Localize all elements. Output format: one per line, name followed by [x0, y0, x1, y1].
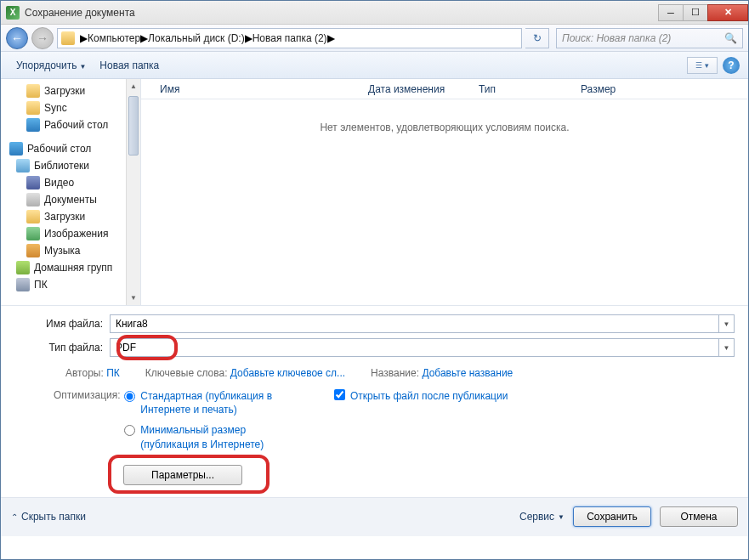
- chevron-right-icon: ▶: [140, 32, 148, 44]
- tree-downloads2[interactable]: Загрузки: [1, 208, 140, 225]
- filename-dropdown-arrow[interactable]: ▼: [719, 314, 735, 333]
- close-button[interactable]: ✕: [707, 4, 748, 21]
- refresh-button[interactable]: ↻: [525, 28, 549, 48]
- options-button[interactable]: Параметры...: [123, 465, 242, 485]
- organize-button[interactable]: Упорядочить▼: [9, 56, 93, 75]
- dialog-footer: ⌃ Скрыть папки Сервис▼ Сохранить Отмена: [1, 497, 748, 536]
- scroll-down-button[interactable]: ▼: [127, 291, 140, 305]
- tree-downloads[interactable]: Загрузки: [1, 82, 140, 99]
- tree-libraries[interactable]: Библиотеки: [1, 157, 140, 174]
- toolbar: Упорядочить▼ Новая папка ☰ ▾ ?: [1, 52, 748, 79]
- document-icon: [26, 193, 40, 206]
- search-icon[interactable]: 🔍: [724, 32, 737, 44]
- music-icon: [26, 244, 40, 257]
- breadcrumb-disk[interactable]: Локальный диск (D:): [148, 32, 245, 44]
- filetype-label: Тип файла:: [14, 342, 110, 354]
- homegroup-icon: [16, 261, 30, 274]
- chevron-down-icon: ▼: [558, 513, 565, 521]
- optimization-label: Оптимизация:: [54, 389, 122, 401]
- radio-minimal[interactable]: Минимальный размер (публикация в Интерне…: [124, 423, 277, 450]
- chevron-down-icon: ▼: [79, 63, 86, 71]
- column-size[interactable]: Размер: [572, 83, 640, 95]
- filetype-row: Тип файла: ▼: [14, 338, 735, 357]
- tree-documents[interactable]: Документы: [1, 191, 140, 208]
- file-list-pane: Имя Дата изменения Тип Размер Нет элемен…: [141, 79, 748, 305]
- scroll-thumb[interactable]: [128, 96, 139, 156]
- save-button[interactable]: Сохранить: [573, 506, 651, 527]
- window-title: Сохранение документа: [25, 7, 135, 19]
- images-icon: [26, 227, 40, 240]
- breadcrumb-folder[interactable]: Новая папка (2): [253, 32, 327, 44]
- tree-pc[interactable]: ПК: [1, 276, 140, 293]
- save-form: Имя файла: ▼ Тип файла: ▼ Авторы: ПК Клю…: [1, 305, 748, 485]
- keywords-label: Ключевые слова:: [145, 367, 228, 379]
- folder-icon: [26, 101, 40, 115]
- column-type[interactable]: Тип: [470, 83, 572, 95]
- maximize-button[interactable]: ☐: [683, 4, 708, 21]
- navbar: ← → ▶ Компьютер ▶ Локальный диск (D:) ▶ …: [1, 25, 748, 52]
- desktop-icon: [9, 142, 23, 156]
- tree-desktop-fav[interactable]: Рабочий стол: [1, 116, 140, 133]
- empty-message: Нет элементов, удовлетворяющих условиям …: [141, 122, 748, 133]
- chevron-right-icon: ▶: [80, 32, 88, 44]
- filename-input[interactable]: [110, 314, 719, 333]
- tree-scrollbar[interactable]: ▲ ▼: [126, 79, 140, 305]
- content-area: Загрузки Sync Рабочий стол Рабочий стол …: [1, 79, 748, 305]
- radio-minimal-input[interactable]: [124, 425, 135, 436]
- drive-icon: [61, 31, 75, 45]
- authors-value[interactable]: ПК: [106, 367, 120, 379]
- help-button[interactable]: ?: [723, 57, 740, 74]
- folder-icon: [26, 84, 40, 98]
- minimize-button[interactable]: ─: [658, 4, 684, 21]
- view-mode-button[interactable]: ☰ ▾: [687, 57, 718, 74]
- radio-standard-input[interactable]: [124, 391, 135, 402]
- cancel-button[interactable]: Отмена: [660, 506, 738, 527]
- chevron-up-icon: ⌃: [11, 512, 18, 522]
- tree-desktop[interactable]: Рабочий стол: [1, 140, 140, 157]
- column-headers: Имя Дата изменения Тип Размер: [141, 79, 748, 99]
- chevron-right-icon: ▶: [245, 32, 253, 44]
- optimization-section: Оптимизация: Стандартная (публикация в И…: [14, 384, 735, 458]
- tree-video[interactable]: Видео: [1, 174, 140, 191]
- tree-sync[interactable]: Sync: [1, 99, 140, 116]
- back-button[interactable]: ←: [6, 27, 28, 49]
- titlebar: X Сохранение документа ─ ☐ ✕: [1, 1, 748, 25]
- breadcrumb-computer[interactable]: Компьютер: [88, 32, 140, 44]
- computer-icon: [16, 278, 30, 291]
- checkbox-open-after-input[interactable]: [334, 389, 345, 400]
- libraries-icon: [16, 159, 30, 173]
- forward-button[interactable]: →: [31, 27, 54, 49]
- title-link[interactable]: Добавьте название: [422, 367, 513, 379]
- tools-button[interactable]: Сервис▼: [519, 511, 565, 523]
- tree-music[interactable]: Музыка: [1, 242, 140, 259]
- app-icon: X: [6, 6, 20, 20]
- chevron-right-icon: ▶: [327, 32, 335, 44]
- folder-tree: Загрузки Sync Рабочий стол Рабочий стол …: [1, 79, 141, 305]
- filename-row: Имя файла: ▼: [14, 314, 735, 333]
- authors-label: Авторы:: [65, 367, 104, 379]
- search-input[interactable]: Поиск: Новая папка (2) 🔍: [556, 28, 743, 48]
- checkbox-open-after[interactable]: Открыть файл после публикации: [334, 389, 508, 458]
- column-name[interactable]: Имя: [151, 83, 360, 95]
- title-label: Название:: [371, 367, 419, 379]
- tree-homegroup[interactable]: Домашняя групп: [1, 259, 140, 276]
- video-icon: [26, 176, 40, 189]
- desktop-icon: [26, 118, 40, 132]
- filetype-input[interactable]: [110, 338, 719, 357]
- scroll-up-button[interactable]: ▲: [127, 79, 140, 93]
- hide-folders-button[interactable]: ⌃ Скрыть папки: [11, 511, 86, 523]
- address-bar[interactable]: ▶ Компьютер ▶ Локальный диск (D:) ▶ Нова…: [57, 28, 522, 48]
- radio-standard[interactable]: Стандартная (публикация в Интернете и пе…: [124, 389, 277, 416]
- tree-images[interactable]: Изображения: [1, 225, 140, 242]
- folder-icon: [26, 210, 40, 223]
- filetype-dropdown-arrow[interactable]: ▼: [719, 338, 735, 357]
- column-date[interactable]: Дата изменения: [360, 83, 470, 95]
- keywords-link[interactable]: Добавьте ключевое сл...: [230, 367, 345, 379]
- filename-label: Имя файла:: [14, 318, 110, 330]
- metadata-row: Авторы: ПК Ключевые слова: Добавьте ключ…: [14, 362, 735, 384]
- search-placeholder: Поиск: Новая папка (2): [562, 32, 671, 44]
- new-folder-button[interactable]: Новая папка: [93, 56, 166, 75]
